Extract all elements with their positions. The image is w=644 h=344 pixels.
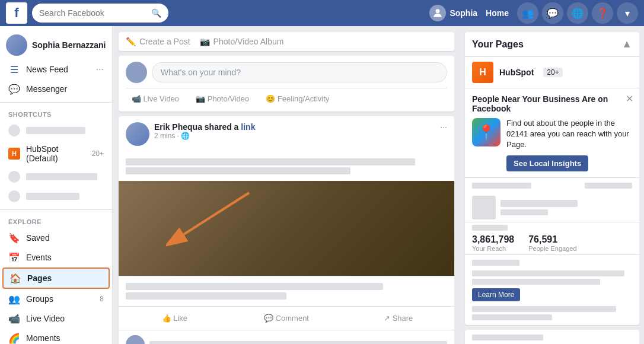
tab-create-post[interactable]: ✏️ Create a Post — [126, 37, 190, 46]
hubspot-page-icon: H — [472, 62, 493, 83]
sidebar-item-shortcut-1[interactable] — [2, 121, 110, 140]
close-icon[interactable]: ✕ — [626, 93, 633, 104]
nearby-description: Find out about the people in the 02141 a… — [506, 118, 632, 151]
second-right-panel — [465, 330, 639, 344]
nearby-promo-container: ✕ People Near Your Business Are on Faceb… — [465, 88, 639, 177]
photo-video-action[interactable]: 📷 Photo/Video — [190, 92, 255, 106]
post-1-meta: Erik Phequa shared a link 2 mins · 🌐 — [154, 122, 435, 140]
your-pages-header: Your Pages ▲ — [465, 32, 639, 57]
comment-button[interactable]: 💬 Comment — [232, 310, 342, 326]
post-1-image — [119, 181, 454, 276]
see-local-insights-button[interactable]: See Local Insights — [506, 155, 588, 171]
sidebar-user[interactable]: Sophia Bernazzani — [0, 31, 112, 59]
left-sidebar: Sophia Bernazzani ☰ News Feed ··· 💬 Mess… — [0, 26, 113, 344]
hubspot-page-badge: 20+ — [543, 68, 562, 77]
home-link[interactable]: Home — [486, 8, 509, 18]
help-icon[interactable]: ❓ — [592, 2, 613, 24]
post-1-link[interactable]: link — [241, 122, 255, 132]
post-composer: What's on your mind? 📹 Live Video 📷 Phot… — [119, 56, 454, 112]
sidebar-item-moments[interactable]: 🌈 Moments — [2, 329, 110, 344]
explore-label: EXPLORE — [0, 214, 112, 228]
nearby-map-icon: 📍 — [472, 118, 500, 146]
pages-icon: 🏠 — [9, 272, 21, 284]
composer-avatar — [126, 62, 147, 83]
feeling-action[interactable]: 😊 Feeling/Activity — [260, 92, 335, 106]
nearby-title: People Near Your Business Are on Faceboo… — [472, 94, 632, 113]
sidebar-item-shortcut-2[interactable] — [2, 167, 110, 186]
tab-photo-album[interactable]: 📷 Photo/Video Album — [200, 37, 284, 46]
post-1-text — [119, 152, 454, 181]
sidebar-item-live-video[interactable]: 📹 Live Video — [2, 309, 110, 328]
post-1-author: Erik Phequa shared a link — [154, 122, 435, 132]
stats-date-blurred — [585, 183, 632, 189]
recent-posts-section: Learn More — [465, 254, 639, 325]
facebook-logo: f — [6, 2, 27, 24]
share-button[interactable]: ↗ Share — [343, 310, 453, 326]
sidebar-item-groups[interactable]: 👥 Groups 8 — [2, 289, 110, 308]
page-layout: Sophia Bernazzani ☰ News Feed ··· 💬 Mess… — [0, 26, 644, 344]
stats-numbers: 3,861,798 Your Reach 76,591 People Engag… — [472, 234, 632, 252]
recent-post-1-button[interactable]: Learn More — [472, 288, 520, 301]
recent-post-item-2 — [472, 306, 632, 320]
post-1-author-name[interactable]: Erik Phequa — [154, 122, 202, 132]
post-1-options[interactable]: ··· — [440, 122, 447, 132]
nav-username[interactable]: Sophia — [449, 8, 477, 18]
page-stats-divider: 3,861,798 Your Reach 76,591 People Engag… — [465, 222, 639, 254]
post-1-link-preview — [119, 276, 454, 306]
globe-icon[interactable]: 🌐 — [567, 2, 588, 24]
composer-input[interactable]: What's on your mind? — [152, 62, 447, 82]
groups-label: Groups — [26, 294, 94, 304]
post-1-time: 2 mins · 🌐 — [154, 132, 435, 140]
page-name-blurred — [500, 200, 578, 207]
stat-reach: 3,861,798 Your Reach — [472, 234, 514, 252]
nearby-promo: ✕ People Near Your Business Are on Faceb… — [465, 88, 639, 177]
composer-top: What's on your mind? — [126, 62, 447, 83]
comment-avatar — [126, 335, 145, 344]
sidebar-item-hubspot[interactable]: H HubSpot (Default) 20+ — [2, 141, 110, 167]
news-feed-options[interactable]: ··· — [96, 64, 104, 75]
groups-badge: 8 — [100, 295, 104, 303]
annotation-arrow — [166, 181, 285, 252]
main-feed: ✏️ Create a Post 📷 Photo/Video Album Wha… — [113, 26, 460, 344]
sidebar-divider-2 — [0, 209, 112, 210]
your-pages-panel: Your Pages ▲ H HubSpot 20+ ✕ People Near… — [465, 32, 639, 325]
messenger-icon-sidebar: 💬 — [8, 83, 20, 95]
events-icon: 📅 — [8, 251, 20, 263]
moments-label: Moments — [26, 333, 104, 343]
news-feed-label: News Feed — [26, 65, 90, 74]
hubspot-page-item[interactable]: H HubSpot 20+ — [465, 57, 639, 88]
search-bar-container[interactable]: 🔍 — [32, 4, 168, 23]
hubspot-badge: 20+ — [92, 149, 104, 158]
messenger-icon[interactable]: 💬 — [542, 2, 563, 24]
recent-posts-label-blurred — [472, 260, 519, 266]
sidebar-item-news-feed[interactable]: ☰ News Feed ··· — [2, 60, 110, 79]
search-input[interactable] — [39, 8, 151, 18]
sidebar-item-pages[interactable]: 🏠 Pages — [2, 267, 110, 289]
top-navigation: f 🔍 Sophia Home 👥 💬 🌐 ❓ ▾ — [0, 0, 644, 26]
create-post-icon: ✏️ — [126, 37, 136, 46]
live-video-action[interactable]: 📹 Live Video — [126, 92, 185, 106]
sidebar-item-shortcut-3[interactable] — [2, 187, 110, 206]
right-sidebar: Your Pages ▲ H HubSpot 20+ ✕ People Near… — [460, 26, 644, 344]
reach-number: 3,861,798 — [472, 234, 514, 245]
like-button[interactable]: 👍 Like — [120, 310, 229, 326]
avatar[interactable] — [429, 5, 446, 21]
groups-icon: 👥 — [8, 293, 20, 305]
collapse-icon[interactable]: ▲ — [621, 38, 632, 50]
news-feed-icon: ☰ — [8, 63, 20, 75]
comment-input-blurred — [149, 341, 447, 344]
feed-post-1: Erik Phequa shared a link 2 mins · 🌐 ··· — [119, 116, 454, 344]
post-1-header: Erik Phequa shared a link 2 mins · 🌐 ··· — [119, 116, 454, 152]
create-post-label: Create a Post — [139, 37, 190, 46]
shortcuts-label: SHORTCUTS — [0, 106, 112, 120]
stat-engaged: 76,591 People Engaged — [528, 234, 576, 252]
friends-icon[interactable]: 👥 — [517, 2, 538, 24]
live-video-icon: 📹 — [8, 313, 20, 324]
sidebar-item-events[interactable]: 📅 Events — [2, 248, 110, 267]
sidebar-item-messenger[interactable]: 💬 Messenger — [2, 79, 110, 98]
sidebar-item-saved[interactable]: 🔖 Saved — [2, 228, 110, 247]
page-name-blurred-row — [465, 193, 639, 222]
moments-icon: 🌈 — [8, 332, 20, 344]
chevron-down-icon[interactable]: ▾ — [617, 2, 638, 24]
hubspot-page-name: HubSpot — [499, 68, 534, 77]
